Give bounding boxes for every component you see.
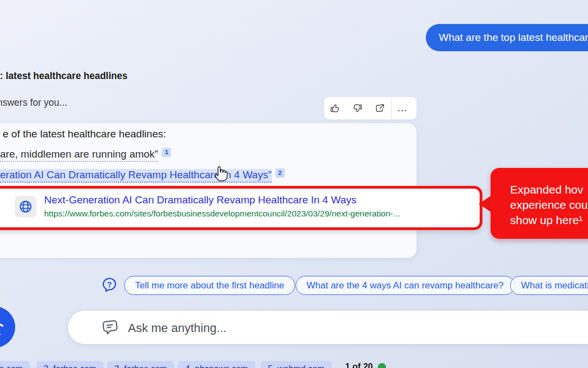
annotation-callout: Expanded hov experience cou show up here… [491, 168, 588, 239]
user-message-bubble: What are the top latest healthcar [426, 24, 588, 51]
copilot-fab-button[interactable] [0, 306, 15, 348]
thumbs-up-button[interactable] [324, 97, 346, 119]
callout-line-1: Expanded hov [510, 182, 588, 197]
svg-text:?: ? [107, 280, 112, 289]
hand-cursor-icon [213, 164, 230, 183]
citation-chip-1[interactable]: msn.com [0, 361, 30, 368]
fab-logo-icon [0, 322, 6, 336]
pagination-label: 1 of 20 [345, 362, 373, 368]
suggestion-chip-1[interactable]: Tell me more about the first headline [124, 276, 295, 295]
callout-line-2: experience cou [510, 197, 588, 213]
citation-chip-5[interactable]: 5. webmd.com [261, 361, 332, 368]
thumbs-down-icon [352, 102, 363, 114]
citation-chip-2[interactable]: 2. forbes.com [36, 361, 103, 368]
generating-answers-label: nswers for you... [0, 97, 67, 108]
ask-me-anything-input[interactable] [127, 311, 510, 345]
headline-2-text[interactable]: eration AI Can Dramatically Revamp Healt… [0, 169, 272, 183]
preview-url[interactable]: https://www.forbes.com/sites/forbesbusin… [44, 209, 400, 219]
globe-icon-container [15, 196, 36, 218]
chat-input-bar [68, 311, 588, 344]
citation-pagination: 1 of 20 [345, 362, 386, 368]
callout-line-3: show up here¹ [510, 213, 588, 228]
citation-chip-3[interactable]: 3. forbes.com [107, 361, 174, 368]
headline-1-text[interactable]: are, middlemen are running amok” [0, 148, 158, 162]
response-toolbar: ... [323, 96, 417, 120]
chat-bubble-icon [100, 318, 119, 337]
thumbs-up-icon [329, 102, 341, 114]
share-icon [374, 102, 385, 114]
ellipsis-icon: ... [397, 104, 408, 113]
share-button[interactable] [369, 97, 391, 119]
headline-link-2[interactable]: eration AI Can Dramatically Revamp Healt… [0, 168, 285, 181]
suggestion-chip-3[interactable]: What is medicatio [510, 276, 588, 295]
headline-link-1[interactable]: are, middlemen are running amok”1 [0, 148, 171, 160]
answer-intro-text: e of the latest healthcare headlines: [3, 128, 166, 140]
link-preview-card[interactable]: Next-Generation AI Can Dramatically Reva… [0, 186, 482, 230]
citation-chip-4[interactable]: 4. nbcnews.com [178, 361, 255, 368]
citation-badge-1[interactable]: 1 [162, 148, 171, 157]
searching-for-label: r: latest healthcare headlines [0, 70, 127, 82]
more-options-button[interactable]: ... [391, 97, 414, 119]
pagination-dot-indicator [378, 363, 386, 368]
globe-icon [19, 200, 33, 214]
preview-title[interactable]: Next-Generation AI Can Dramatically Reva… [44, 194, 357, 206]
thumbs-down-button[interactable] [346, 97, 369, 119]
citation-badge-2[interactable]: 2 [275, 168, 285, 178]
suggestion-chip-2[interactable]: What are the 4 ways AI can revamp health… [296, 276, 514, 295]
chat-screen: What are the top latest healthcar r: lat… [0, 0, 588, 368]
answer-card: e of the latest healthcare headlines: ar… [0, 123, 416, 258]
question-bubble-icon[interactable]: ? [101, 276, 118, 293]
